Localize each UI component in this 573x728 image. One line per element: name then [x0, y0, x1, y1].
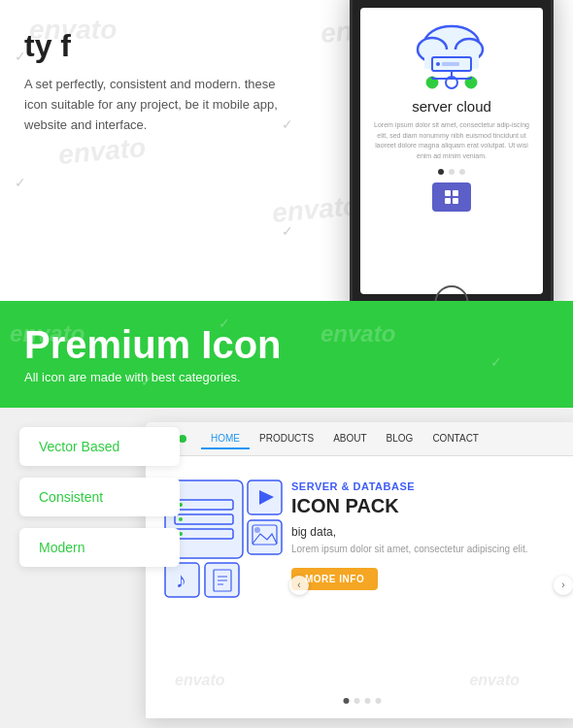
premium-title: Premium Icon [24, 325, 549, 364]
browser-nav: HOME PRODUCTS ABOUT BLOG CONTACT [196, 429, 493, 449]
svg-rect-15 [445, 190, 451, 196]
feature-list: Vector Based Consistent Modern [19, 427, 180, 567]
watermark-mid-right: envato [271, 190, 361, 229]
browser-pack-title: ICON PACK [291, 494, 563, 517]
feature-label-modern: Modern [39, 540, 84, 555]
bottom-section: Vector Based Consistent Modern HOME PROD… [0, 408, 573, 728]
nav-products[interactable]: PRODUCTS [250, 429, 323, 449]
nav-blog[interactable]: BLOG [377, 429, 423, 449]
maximize-dot[interactable] [179, 435, 186, 443]
middle-section: envato envato ✓ ✓ ✓ Premium Icon All ico… [0, 301, 573, 408]
browser-main: ♪ SERVER & DATABASE ICON PACK big data, … [146, 456, 573, 713]
browser-text-area: SERVER & DATABASE ICON PACK big data, Lo… [291, 476, 563, 694]
premium-subtitle: All icon are made with best categories. [24, 370, 549, 384]
browser-bar: HOME PRODUCTS ABOUT BLOG CONTACT [146, 422, 573, 456]
feature-label-vector: Vector Based [39, 439, 119, 454]
cloud-icon [403, 22, 500, 90]
top-description: A set perfectly, consistent and modern. … [24, 75, 286, 135]
feature-item-consistent: Consistent [19, 478, 180, 516]
browser-pagination-dots [343, 698, 381, 704]
svg-rect-18 [453, 198, 458, 204]
browser-dot-1 [343, 698, 349, 704]
feature-item-modern: Modern [19, 528, 180, 567]
phone-screen: server cloud Lorem ipsum dolor sit amet,… [360, 8, 543, 294]
svg-rect-16 [453, 190, 458, 196]
feature-item-vector: Vector Based [19, 427, 180, 466]
browser-dot-3 [364, 698, 370, 704]
dot-3 [459, 169, 465, 175]
browser-content: ♪ SERVER & DATABASE ICON PACK big data, … [146, 456, 573, 713]
browser-category: SERVER & DATABASE [291, 480, 563, 492]
svg-rect-17 [445, 198, 451, 204]
dot-2 [449, 169, 455, 175]
top-title: ty f [24, 29, 286, 63]
browser-desc-text: Lorem ipsum dolor sit amet, consectetur … [291, 542, 563, 556]
browser-desc-title: big data, [291, 525, 563, 539]
phone-screen-text: Lorem ipsum dolor sit amet, consectetur … [370, 120, 533, 161]
browser-mockup: HOME PRODUCTS ABOUT BLOG CONTACT [146, 422, 573, 718]
arrow-right-button[interactable]: › [554, 576, 573, 595]
dot-1 [438, 169, 444, 175]
nav-contact[interactable]: CONTACT [422, 429, 489, 449]
top-left-content: ty f A set perfectly, consistent and mod… [24, 29, 286, 136]
top-section: envato envato envato envato ✓ ✓ ✓ ✓ ✓ ✓ … [0, 0, 573, 301]
phone-pagination-dots [438, 169, 465, 175]
browser-dot-2 [354, 698, 359, 704]
svg-point-5 [436, 62, 440, 66]
feature-label-consistent: Consistent [39, 489, 103, 505]
watermark-mid-left: envato [57, 132, 148, 171]
browser-dot-4 [375, 698, 381, 704]
phone-mockup: server cloud Lorem ipsum dolor sit amet,… [350, 0, 554, 301]
arrow-left-button[interactable]: ‹ [289, 576, 309, 595]
nav-about[interactable]: ABOUT [323, 429, 376, 449]
svg-point-30 [254, 527, 260, 533]
phone-screen-title: server cloud [412, 98, 491, 115]
svg-text:♪: ♪ [176, 568, 186, 592]
phone-grid-button[interactable] [432, 182, 471, 212]
nav-home[interactable]: HOME [201, 429, 250, 449]
svg-rect-6 [442, 62, 459, 66]
